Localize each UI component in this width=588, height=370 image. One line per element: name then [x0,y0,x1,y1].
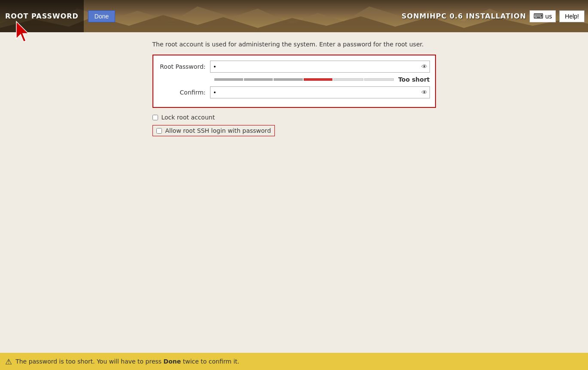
header: ROOT PASSWORD Done SONMIHPC 0.6 INSTALLA… [0,0,588,32]
warning-icon: ⚠ [5,357,12,366]
warning-bold: Done [164,358,181,365]
show-password-icon[interactable]: 👁 [421,63,427,70]
main-content: The root account is used for administeri… [0,32,588,353]
page-title: ROOT PASSWORD [0,0,84,32]
strength-bar-4 [304,78,332,81]
ssh-login-label[interactable]: Allow root SSH login with password [165,127,271,134]
lock-account-label[interactable]: Lock root account [161,114,215,121]
strength-bar-3 [274,78,302,81]
password-box: Root Password: 👁 Too short [152,55,436,108]
root-password-input[interactable] [210,61,430,73]
lock-account-checkbox[interactable] [152,115,158,120]
ssh-login-row: Allow root SSH login with password [152,125,436,136]
confirm-password-input[interactable] [210,86,430,98]
keyboard-icon: ⌨ [533,12,543,20]
root-password-label: Root Password: [158,63,210,70]
root-password-row: Root Password: 👁 [158,61,430,73]
keyboard-selector[interactable]: ⌨ us [530,10,556,22]
ssh-login-checkbox[interactable] [156,128,162,134]
confirm-password-row: Confirm: 👁 [158,86,430,98]
description-text: The root account is used for administeri… [152,41,436,48]
content-inner: The root account is used for administeri… [144,41,445,136]
warning-text-before: The password is too short. You will have… [15,358,163,365]
ssh-checkbox-wrapper: Allow root SSH login with password [152,125,275,136]
confirm-label: Confirm: [158,89,210,96]
confirm-password-wrapper: 👁 [210,86,430,98]
warning-text-after: twice to confirm it. [181,358,239,365]
warning-bar: ⚠ The password is too short. You will ha… [0,353,588,370]
header-right: SONMIHPC 0.6 INSTALLATION ⌨ us Help! [402,10,588,22]
strength-bar-1 [214,78,243,81]
warning-text: The password is too short. You will have… [15,358,239,365]
strength-bars [214,78,394,81]
lock-account-row: Lock root account [152,114,436,121]
strength-row: Too short [158,76,430,83]
strength-bar-6 [364,78,394,81]
help-button[interactable]: Help! [559,10,585,22]
done-button[interactable]: Done [88,10,115,22]
keyboard-lang: us [545,13,552,20]
strength-bar-5 [333,78,363,81]
install-title: SONMIHPC 0.6 INSTALLATION [402,12,526,20]
show-confirm-icon[interactable]: 👁 [421,89,427,96]
strength-bar-2 [244,78,273,81]
strength-label: Too short [398,76,430,83]
root-password-wrapper: 👁 [210,61,430,73]
header-left: ROOT PASSWORD Done [0,0,115,32]
